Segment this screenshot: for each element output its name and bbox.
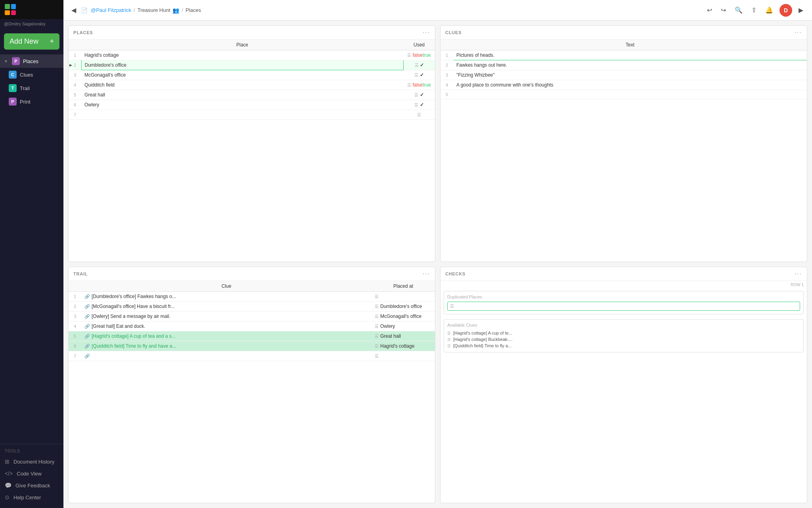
place-cell[interactable] xyxy=(81,110,403,120)
placed-at-cell[interactable]: ☰McGonagall's office xyxy=(372,312,435,321)
main-area: ◀ 📄 @Paul Fitzpatrick / Treasure Hunt 👥 … xyxy=(63,0,812,508)
checks-panel: CHECKS ··· ROW 1 Duplicated Places ☰ Ava… xyxy=(440,267,807,503)
clue-cell[interactable]: 🔗[Great hall] Eat and duck. xyxy=(81,321,372,331)
help-center-label: Help Center xyxy=(13,495,41,500)
list-icon: ☰ xyxy=(447,331,451,335)
search-button[interactable]: 🔍 xyxy=(732,5,745,15)
used-cell[interactable]: ☰ ✓ xyxy=(403,100,435,110)
used-cell[interactable]: ☰ ✓ xyxy=(403,70,435,80)
sidebar-collapse-button[interactable]: ◀ xyxy=(70,5,78,15)
give-feedback-icon: 💬 xyxy=(5,482,11,489)
row-number: 1 xyxy=(69,292,81,302)
place-cell[interactable]: Great hall xyxy=(81,90,403,100)
trail-table-container[interactable]: Clue Placed at 1 🔗[Dumbledore's office] … xyxy=(69,281,435,503)
help-center-button[interactable]: ⊙ Help Center xyxy=(0,491,63,503)
used-cell[interactable]: ☰ ✓ xyxy=(403,90,435,100)
table-row: 3 "Fizzing Whizbee" xyxy=(440,70,807,80)
place-cell[interactable]: Owlery xyxy=(81,100,403,110)
redo-button[interactable]: ↪ xyxy=(718,5,728,15)
row-number: 5 xyxy=(69,331,81,341)
chevron-down-icon: ▼ xyxy=(4,59,8,64)
clues-col-num xyxy=(440,40,453,50)
breadcrumb-doc: Treasure Hunt xyxy=(138,7,170,13)
clue-cell[interactable]: 🔗[Hagrid's cottage] A cup of tea and a s… xyxy=(81,331,372,341)
places-panel: PLACES ··· Place Used 1 Ha xyxy=(68,25,435,262)
table-row: 3 🔗[Owlery] Send a message by air mail. … xyxy=(69,312,435,321)
placed-at-cell[interactable]: ☰ xyxy=(372,351,435,361)
trail-icon: T xyxy=(9,84,17,92)
breadcrumb-user[interactable]: @Paul Fitzpatrick xyxy=(91,7,131,13)
table-row: 5 🔗[Hagrid's cottage] A cup of tea and a… xyxy=(69,331,435,341)
avatar[interactable]: D xyxy=(779,4,792,17)
clue-cell[interactable]: 🔗[Quidditch field] Time to fly and have … xyxy=(81,341,372,351)
sidebar-item-trail[interactable]: T Trail xyxy=(0,81,63,95)
duplicated-places-input[interactable]: ☰ xyxy=(447,302,800,311)
duplicated-places-title: Duplicated Places xyxy=(447,294,800,299)
sidebar-item-print[interactable]: P Print xyxy=(0,95,63,108)
clue-text-cell[interactable] xyxy=(453,90,807,99)
placed-at-cell[interactable]: ☰ xyxy=(372,292,435,302)
trail-panel-title: TRAIL xyxy=(73,271,88,276)
table-row: 6 Owlery ☰ ✓ xyxy=(69,100,435,110)
breadcrumb: @Paul Fitzpatrick / Treasure Hunt 👥 / Pl… xyxy=(91,7,701,13)
placed-at-cell[interactable]: ☰Great hall xyxy=(372,331,435,341)
clue-cell[interactable]: 🔗[Owlery] Send a message by air mail. xyxy=(81,312,372,321)
used-cell[interactable]: ☰ ✓ xyxy=(403,60,435,70)
notifications-button[interactable]: 🔔 xyxy=(763,5,776,15)
undo-button[interactable]: ↩ xyxy=(705,5,714,15)
code-view-button[interactable]: </> Code View xyxy=(0,468,63,479)
clue-text-cell[interactable]: "Fizzing Whizbee" xyxy=(453,70,807,80)
clues-table-container[interactable]: Text 1 Pictures of heads. 2 Fawkes hangs… xyxy=(440,40,807,262)
used-cell[interactable]: ☰ falsetrue xyxy=(403,50,435,60)
content-grid: PLACES ··· Place Used 1 Ha xyxy=(63,21,812,508)
trail-panel-menu-button[interactable]: ··· xyxy=(423,270,430,277)
place-cell[interactable]: Hagrid's cottage xyxy=(81,50,403,60)
places-panel-menu-button[interactable]: ··· xyxy=(423,29,430,36)
placed-at-cell[interactable]: ☰Dumbledore's office xyxy=(372,302,435,312)
avail-clue-text: [Hagrid's cottage] A cup of te... xyxy=(453,331,512,335)
row-number: 3 xyxy=(69,70,81,80)
clue-text-cell[interactable]: A good place to commune with one's thoug… xyxy=(453,80,807,90)
clue-cell[interactable]: 🔗 xyxy=(81,351,372,361)
clue-cell[interactable]: 🔗[McGonagall's office] Have a biscuit fr… xyxy=(81,302,372,312)
sidebar-item-places[interactable]: ▼ P Places xyxy=(0,54,63,68)
sidebar: @Dmitry Sagalovskiy Add New + ▼ P Places… xyxy=(0,0,63,508)
duplicated-places-card: Duplicated Places ☰ xyxy=(444,291,804,314)
document-history-label: Document History xyxy=(13,459,54,465)
sidebar-item-clues[interactable]: C Clues xyxy=(0,68,63,81)
clue-text-cell[interactable]: Pictures of heads. xyxy=(453,50,807,60)
placed-at-cell[interactable]: ☰Hagrid's cottage xyxy=(372,341,435,351)
link-icon: 🔗 xyxy=(84,304,90,309)
clue-text-cell[interactable]: Fawkes hangs out here. xyxy=(453,60,807,70)
row-number: 3 xyxy=(440,70,453,80)
row-number: 6 xyxy=(69,341,81,351)
used-cell[interactable]: ☰ falsetrue xyxy=(403,80,435,90)
right-panel-button[interactable]: ▶ xyxy=(796,5,806,15)
add-new-button[interactable]: Add New + xyxy=(4,33,59,50)
false-label: false xyxy=(413,82,423,88)
document-history-button[interactable]: ⊞ Document History xyxy=(0,456,63,468)
table-row: 2 Fawkes hangs out here. xyxy=(440,60,807,70)
places-table-container[interactable]: Place Used 1 Hagrid's cottage ☰ falsetru… xyxy=(69,40,435,262)
share-button[interactable]: ⇪ xyxy=(749,5,759,15)
link-icon: 🔗 xyxy=(84,334,90,339)
placed-at-cell[interactable]: ☰Owlery xyxy=(372,321,435,331)
list-icon: ☰ xyxy=(414,73,418,77)
table-row: 4 Quidditch field ☰ falsetrue xyxy=(69,80,435,90)
checks-panel-menu-button[interactable]: ··· xyxy=(795,270,802,277)
place-cell[interactable]: Dumbledore's office xyxy=(81,60,403,70)
places-label: Places xyxy=(23,58,38,64)
clues-panel-menu-button[interactable]: ··· xyxy=(795,29,802,36)
list-item: ☰ [Quidditch field] Time to fly a... xyxy=(447,343,800,349)
used-cell[interactable]: ☰ xyxy=(403,110,435,120)
row-number: 7 xyxy=(69,351,81,361)
true-label: true xyxy=(423,52,431,58)
list-icon: ☰ xyxy=(447,337,451,342)
give-feedback-button[interactable]: 💬 Give Feedback xyxy=(0,479,63,491)
place-cell[interactable]: McGonagall's office xyxy=(81,70,403,80)
place-cell[interactable]: Quidditch field xyxy=(81,80,403,90)
false-label: false xyxy=(413,52,423,58)
clue-cell[interactable]: 🔗[Dumbledore's office] Fawkes hangs o... xyxy=(81,292,372,302)
header: ◀ 📄 @Paul Fitzpatrick / Treasure Hunt 👥 … xyxy=(63,0,812,21)
link-icon: 🔗 xyxy=(84,324,90,329)
